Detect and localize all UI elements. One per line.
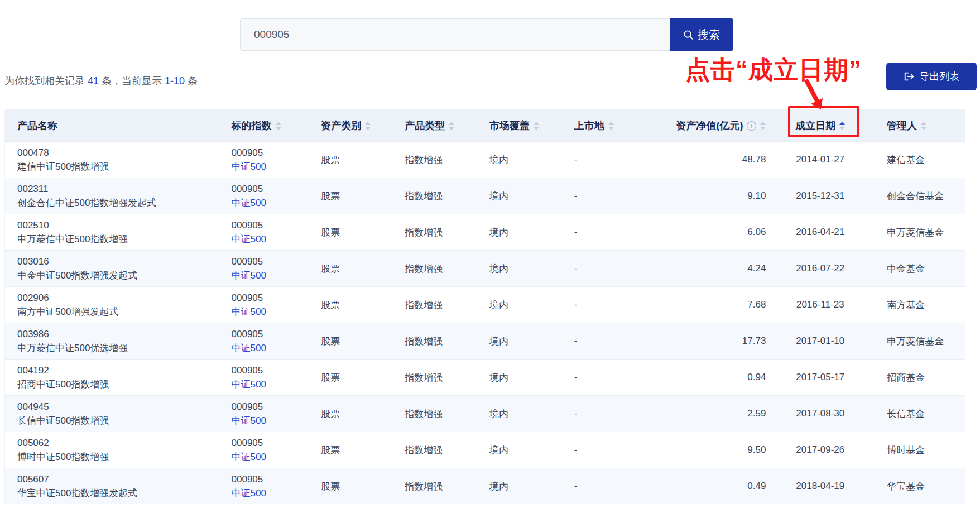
inception-date: 2017-05-17 (796, 372, 844, 383)
product-type-cell: 指数增强 (392, 444, 476, 457)
fund-name[interactable]: 申万菱信中证500优选增强 (17, 342, 128, 354)
funds-table: 产品名称标的指数资产类别产品类型市场覆盖上市地资产净值(亿元)i成立日期管理人 … (4, 109, 965, 504)
asset-class-cell: 股票 (309, 299, 392, 311)
market-coverage: 境内 (489, 480, 508, 493)
sort-down-arrow (276, 127, 281, 130)
table-row: 002906南方中证500增强发起式000905中证500股票指数增强境内-7.… (5, 286, 965, 323)
index-link[interactable]: 中证500 (232, 487, 266, 499)
inception-date-cell: 2016-11-23 (771, 299, 869, 310)
sort-icon-asset[interactable] (365, 122, 371, 130)
search-bar: 搜索 (240, 18, 733, 51)
annotation-arrow-icon (798, 79, 832, 113)
index-link[interactable]: 中证500 (232, 197, 266, 209)
fund-name[interactable]: 建信中证500指数增强 (17, 161, 109, 172)
search-button-label: 搜索 (698, 27, 720, 42)
column-header-listing[interactable]: 上市地 (560, 119, 627, 132)
manager-name-cell: 申万菱信基金 (869, 226, 965, 239)
info-icon[interactable]: i (747, 121, 756, 131)
sort-down-arrow (365, 127, 371, 130)
fund-name[interactable]: 长信中证500指数增强 (17, 415, 109, 426)
market-coverage-cell: 境内 (476, 408, 560, 420)
table-body: 000478建信中证500指数增强000905中证500股票指数增强境内-48.… (5, 141, 965, 504)
summary-prefix: 为你找到相关记录 (4, 75, 88, 87)
index-stack: 000905中证500 (232, 183, 266, 209)
fund-name[interactable]: 中金中证500指数增强发起式 (17, 270, 137, 281)
results-count: 41 (88, 75, 99, 87)
search-button[interactable]: 搜索 (670, 18, 733, 51)
fund-name[interactable]: 华宝中证500指数增强发起式 (17, 487, 137, 499)
index-cell: 000905中证500 (228, 365, 309, 391)
sort-up-arrow (276, 122, 281, 125)
sort-up-arrow (449, 122, 454, 125)
fund-name[interactable]: 博时中证500指数增强 (17, 451, 109, 463)
search-input[interactable] (240, 18, 670, 51)
sort-up-arrow (921, 122, 926, 125)
column-header-manager[interactable]: 管理人 (869, 119, 965, 132)
index-link[interactable]: 中证500 (232, 378, 266, 390)
market-coverage-cell: 境内 (476, 480, 560, 493)
manager-name-cell: 长信基金 (869, 408, 965, 420)
column-header-index[interactable]: 标的指数 (228, 119, 309, 132)
column-header-market[interactable]: 市场覆盖 (476, 119, 560, 132)
product-type: 指数增强 (405, 226, 443, 239)
index-stack: 000905中证500 (232, 437, 266, 463)
sort-icon-listing[interactable] (608, 122, 614, 130)
listing-place: - (574, 372, 578, 383)
manager-name-cell: 申万菱信基金 (869, 335, 965, 348)
index-stack: 000905中证500 (232, 292, 266, 318)
manager-name: 招商基金 (887, 371, 925, 384)
product-stack: 005062博时中证500指数增强 (17, 437, 109, 463)
column-header-asset[interactable]: 资产类别 (309, 119, 392, 132)
nav-value-cell: 17.73 (627, 336, 772, 347)
inception-date: 2017-09-26 (796, 444, 844, 456)
product-cell: 005607华宝中证500指数增强发起式 (5, 473, 228, 500)
inception-date-cell: 2018-04-19 (771, 481, 869, 492)
sort-icon-nav[interactable] (760, 122, 766, 130)
listing-place-cell: - (560, 263, 627, 274)
summary-middle: 条，当前显示 (99, 75, 165, 87)
sort-icon-manager[interactable] (921, 122, 926, 130)
product-type-cell: 指数增强 (392, 190, 476, 203)
manager-name: 中金基金 (887, 262, 925, 275)
product-type: 指数增强 (405, 299, 443, 311)
column-header-nav[interactable]: 资产净值(亿元)i (627, 119, 772, 132)
inception-date: 2017-01-10 (796, 336, 844, 347)
index-link[interactable]: 中证500 (232, 415, 266, 426)
index-link[interactable]: 中证500 (232, 161, 266, 172)
sort-icon-date[interactable] (839, 122, 845, 130)
market-coverage: 境内 (489, 444, 508, 457)
table-row: 003986申万菱信中证500优选增强000905中证500股票指数增强境内-1… (5, 323, 965, 359)
sort-icon-market[interactable] (534, 122, 539, 130)
fund-name[interactable]: 创金合信中证500指数增强发起式 (17, 197, 156, 209)
manager-name-cell: 创金合信基金 (869, 190, 965, 203)
index-link[interactable]: 中证500 (232, 270, 266, 281)
listing-place: - (574, 444, 578, 456)
market-coverage-cell: 境内 (476, 335, 560, 348)
index-code: 000905 (232, 219, 266, 231)
sort-icon-type[interactable] (449, 122, 454, 130)
index-link[interactable]: 中证500 (232, 342, 266, 354)
index-code: 000905 (232, 183, 266, 195)
index-code: 000905 (232, 437, 266, 449)
product-type: 指数增强 (405, 190, 443, 203)
sort-icon-index[interactable] (276, 122, 281, 130)
asset-class-cell: 股票 (309, 408, 392, 420)
index-link[interactable]: 中证500 (232, 233, 266, 245)
product-type: 指数增强 (405, 154, 443, 166)
column-header-date[interactable]: 成立日期 (771, 119, 869, 132)
export-button-label: 导出列表 (920, 70, 960, 83)
sort-up-arrow (760, 122, 766, 125)
index-link[interactable]: 中证500 (232, 306, 266, 318)
fund-name[interactable]: 申万菱信中证500指数增强 (17, 233, 128, 245)
product-type-cell: 指数增强 (392, 371, 476, 384)
fund-name[interactable]: 招商中证500指数增强 (17, 378, 109, 390)
column-header-type[interactable]: 产品类型 (392, 119, 476, 132)
export-list-button[interactable]: 导出列表 (886, 63, 977, 90)
index-code: 000905 (232, 292, 266, 304)
index-stack: 000905中证500 (232, 147, 266, 173)
index-cell: 000905中证500 (228, 473, 309, 500)
annotation-text: 点击“成立日期” (685, 54, 862, 87)
fund-name[interactable]: 南方中证500增强发起式 (17, 306, 118, 318)
index-link[interactable]: 中证500 (232, 451, 266, 463)
nav-value: 9.10 (747, 190, 766, 202)
